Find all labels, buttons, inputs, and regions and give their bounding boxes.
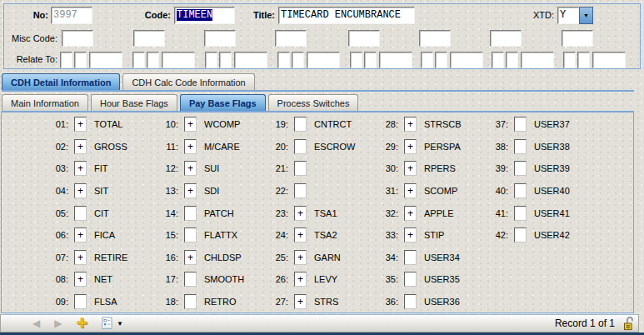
flag-row-40: 40:USER40 xyxy=(490,180,600,202)
flag-checkbox-25[interactable]: + xyxy=(294,250,307,265)
flag-label: FIT xyxy=(94,163,108,173)
flag-checkbox-39[interactable] xyxy=(514,161,527,176)
flag-checkbox-21[interactable] xyxy=(294,161,307,176)
flag-checkbox-16[interactable]: + xyxy=(184,250,197,265)
misc-code-field-1[interactable] xyxy=(62,30,93,47)
misc-code-field-3[interactable] xyxy=(204,30,236,47)
misc-code-field-8[interactable] xyxy=(562,30,593,47)
add-record-icon[interactable]: ✚ xyxy=(76,317,87,330)
relate-to-field-3-2[interactable] xyxy=(219,52,232,68)
flag-checkbox-19[interactable] xyxy=(294,117,307,132)
relate-to-field-8-3[interactable] xyxy=(592,52,626,68)
misc-code-field-5[interactable] xyxy=(348,30,380,47)
flag-checkbox-20[interactable] xyxy=(294,139,307,154)
flag-row-18: 18:RETRO xyxy=(160,291,270,313)
flag-checkbox-09[interactable] xyxy=(74,294,87,309)
misc-code-field-4[interactable] xyxy=(275,30,307,47)
no-field[interactable]: 3997 xyxy=(51,7,92,24)
flag-checkbox-28[interactable]: + xyxy=(404,117,417,132)
relate-to-field-3-3[interactable] xyxy=(234,52,267,68)
flag-checkbox-27[interactable]: + xyxy=(294,294,307,309)
flag-checkbox-03[interactable]: + xyxy=(74,161,87,176)
flag-checkbox-31[interactable]: + xyxy=(404,183,417,198)
flag-checkbox-06[interactable]: + xyxy=(74,228,87,242)
relate-to-field-8-2[interactable] xyxy=(577,52,590,68)
flag-checkbox-23[interactable]: + xyxy=(294,206,307,221)
tab-main-information[interactable]: Main Information xyxy=(2,94,88,111)
flag-row-28: 28:+STRSCB xyxy=(380,113,490,136)
tab-cdh-calc-code-information[interactable]: CDH Calc Code Information xyxy=(122,73,254,90)
relate-to-field-5-1[interactable] xyxy=(350,52,362,68)
flag-checkbox-34[interactable] xyxy=(404,250,417,265)
flag-checkbox-26[interactable]: + xyxy=(294,272,307,287)
flag-checkbox-40[interactable] xyxy=(514,183,527,198)
flag-checkbox-37[interactable] xyxy=(514,117,527,132)
misc-code-field-6[interactable] xyxy=(419,30,451,47)
flag-checkbox-05[interactable] xyxy=(74,206,87,221)
flag-checkbox-36[interactable] xyxy=(404,294,417,309)
flag-label: SIT xyxy=(94,186,108,196)
flag-number-label: 12: xyxy=(160,163,178,173)
flag-checkbox-13[interactable]: + xyxy=(184,183,197,198)
flag-checkbox-07[interactable]: + xyxy=(74,250,87,265)
flag-checkbox-08[interactable]: + xyxy=(74,272,87,287)
flag-checkbox-22[interactable] xyxy=(294,183,307,198)
flag-checkbox-38[interactable] xyxy=(514,139,527,154)
flag-checkbox-02[interactable]: + xyxy=(74,139,87,154)
relate-to-field-2-3[interactable] xyxy=(162,52,195,68)
relate-to-group-6 xyxy=(421,52,483,68)
relate-to-field-1-1[interactable] xyxy=(60,52,72,68)
tab-cdh-detail-information[interactable]: CDH Detail Information xyxy=(2,73,120,90)
next-record-icon[interactable]: ▶ xyxy=(54,318,62,328)
flag-checkbox-33[interactable]: + xyxy=(404,228,417,242)
flag-number-label: 40: xyxy=(490,186,508,196)
relate-to-field-7-1[interactable] xyxy=(492,52,504,68)
relate-to-field-3-1[interactable] xyxy=(205,52,217,68)
flag-number-label: 29: xyxy=(380,142,398,152)
flag-checkbox-42[interactable] xyxy=(514,228,527,242)
relate-to-field-6-2[interactable] xyxy=(435,52,447,68)
code-field[interactable]: TIMEEN xyxy=(174,7,235,24)
previous-record-icon[interactable]: ◀ xyxy=(32,318,40,328)
flag-checkbox-17[interactable] xyxy=(184,272,197,287)
flag-checkbox-01[interactable]: + xyxy=(74,117,87,132)
tab-process-switches[interactable]: Process Switches xyxy=(268,94,359,111)
relate-to-field-2-2[interactable] xyxy=(147,52,159,68)
flag-row-37: 37:USER37 xyxy=(490,113,600,136)
relate-to-field-1-2[interactable] xyxy=(74,52,87,68)
flag-checkbox-04[interactable]: + xyxy=(74,183,87,198)
relate-to-field-7-2[interactable] xyxy=(506,52,518,68)
relate-to-field-7-3[interactable] xyxy=(521,52,554,68)
flag-checkbox-35[interactable] xyxy=(404,272,417,287)
flag-checkbox-32[interactable]: + xyxy=(404,206,417,221)
relate-to-field-2-1[interactable] xyxy=(132,52,145,68)
tab-pay-base-flags[interactable]: Pay Base Flags xyxy=(180,94,266,111)
relate-to-field-1-3[interactable] xyxy=(89,52,122,68)
misc-code-field-2[interactable] xyxy=(133,30,165,47)
flag-checkbox-41[interactable] xyxy=(514,206,527,221)
flag-checkbox-11[interactable]: + xyxy=(184,139,197,154)
flag-checkbox-12[interactable]: + xyxy=(184,161,197,176)
relate-to-field-5-3[interactable] xyxy=(379,52,412,68)
flag-checkbox-29[interactable]: + xyxy=(404,139,417,154)
flag-checkbox-10[interactable]: + xyxy=(184,117,197,132)
xtd-dropdown-button[interactable]: ▼ xyxy=(579,7,593,24)
flag-checkbox-30[interactable]: + xyxy=(404,161,417,176)
xtd-field[interactable]: Y xyxy=(557,7,579,24)
tab-hour-base-flags[interactable]: Hour Base Flags xyxy=(91,94,177,111)
flag-checkbox-14[interactable] xyxy=(184,206,197,221)
flag-checkbox-18[interactable] xyxy=(184,294,197,309)
flag-row-03: 03:+FIT xyxy=(50,158,160,180)
flag-checkbox-15[interactable] xyxy=(184,228,197,242)
relate-to-field-4-3[interactable] xyxy=(307,52,340,68)
flag-checkbox-24[interactable]: + xyxy=(294,228,307,242)
misc-code-field-7[interactable] xyxy=(490,30,522,47)
form-options-button[interactable]: ▼ xyxy=(102,317,123,330)
relate-to-field-6-3[interactable] xyxy=(450,52,483,68)
relate-to-field-4-2[interactable] xyxy=(292,52,304,68)
relate-to-field-4-1[interactable] xyxy=(277,52,290,68)
relate-to-field-8-1[interactable] xyxy=(563,52,576,68)
relate-to-field-6-1[interactable] xyxy=(421,52,433,68)
relate-to-field-5-2[interactable] xyxy=(364,52,377,68)
title-field[interactable]: TIMECARD ENCUMBRANCE xyxy=(278,7,415,24)
